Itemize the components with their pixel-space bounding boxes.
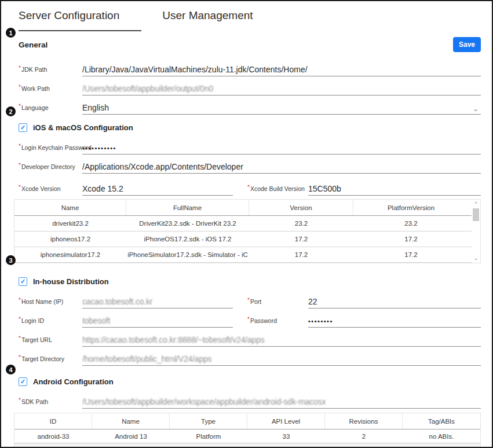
save-button[interactable]: Save [453, 37, 481, 52]
scroll-down-icon[interactable]: ⌄ [472, 255, 480, 262]
required-icon: * [19, 316, 21, 322]
password-input[interactable]: •••••••• [308, 316, 481, 328]
host-name-input[interactable]: cacao.tobesoft.co.kr [82, 297, 233, 309]
required-icon: * [19, 397, 21, 403]
step-badge-2: 2 [6, 107, 16, 116]
host-port-row: *Host Name (IP) cacao.tobesoft.co.kr *Po… [19, 289, 481, 309]
keychain-password-label: *Login Keychain Password [19, 143, 82, 155]
jdk-path-label: *JDK Path [19, 65, 82, 76]
required-icon: * [19, 162, 21, 168]
keychain-password-row: *Login Keychain Password ••••••••••• [19, 135, 481, 155]
login-id-input[interactable]: tobesoft [82, 316, 233, 328]
language-row: *Language English⌄ [19, 96, 481, 115]
tab-bar: Server Configuration User Management [1, 1, 492, 31]
work-path-row: *Work Path /Users/tobesoft/appbuilder/ou… [19, 76, 481, 96]
section-general: General Save *JDK Path /Library/Java/Jav… [19, 37, 481, 115]
tab-server-configuration[interactable]: Server Configuration [19, 9, 141, 31]
required-icon: * [19, 184, 21, 190]
required-icon: * [247, 184, 250, 190]
target-directory-input[interactable]: /home/tobesoft/public_html/V24/apps [82, 354, 481, 366]
language-select[interactable]: English⌄ [82, 103, 481, 115]
table-row[interactable]: driverkit23.2 DriverKit23.2.sdk - Driver… [14, 216, 480, 232]
col-header-api-level: API Level [247, 413, 325, 429]
android-checkbox[interactable]: ✓ [19, 377, 27, 386]
settings-form: General Save *JDK Path /Library/Java/Jav… [1, 37, 492, 448]
sdk-table: Name FullName Version PlatformVersion dr… [14, 199, 481, 263]
language-label: *Language [19, 103, 82, 115]
horizontal-scroll-track[interactable] [14, 443, 480, 448]
xcode-build-version-input[interactable]: 15C500b [308, 184, 481, 196]
col-header-revisions: Revisions [325, 413, 403, 429]
xcode-version-label: *Xcode Version [19, 184, 82, 196]
required-icon: * [247, 297, 250, 303]
android-table-header: ID Name Type API Level Revisions Tag/ABI… [14, 413, 480, 429]
sdk-path-row: *SDK Path /Users/tobesoft/appbuilder/wor… [19, 390, 481, 409]
general-title: General [19, 37, 48, 49]
xcode-version-input[interactable]: Xcode 15.2 [82, 184, 233, 196]
work-path-input[interactable]: /Users/tobesoft/appbuilder/output/0n0 [82, 84, 481, 96]
target-directory-label: *Target Directory [19, 354, 82, 366]
ios-macos-title: iOS & macOS Configuration [33, 123, 133, 132]
required-icon: * [19, 143, 21, 149]
sdk-table-header: Name FullName Version PlatformVersion [14, 200, 480, 216]
inhouse-checkbox[interactable]: ✓ [19, 277, 27, 286]
required-icon: * [19, 65, 21, 71]
required-icon: * [19, 103, 21, 109]
target-directory-row: *Target Directory /home/tobesoft/public_… [19, 347, 481, 366]
scrollbar-thumb[interactable] [473, 208, 479, 221]
keychain-password-input[interactable]: ••••••••••• [82, 143, 481, 155]
col-header-name: Name [14, 200, 126, 215]
chevron-down-icon[interactable]: ⌄ [473, 105, 479, 113]
col-header-platformversion: PlatformVersion [353, 200, 469, 215]
android-title: Android Configuration [33, 377, 114, 386]
col-header-type: Type [170, 413, 247, 429]
step-badge-4: 4 [6, 365, 16, 374]
port-input[interactable]: 22 [308, 297, 481, 309]
step-badge-1: 1 [6, 28, 16, 38]
developer-directory-input[interactable]: /Applications/Xcode.app/Contents/Develop… [82, 162, 481, 174]
target-url-row: *Target URL https://cacao.tobesoft.co.kr… [19, 328, 481, 347]
port-label: *Port [247, 297, 308, 309]
col-header-name: Name [92, 413, 170, 429]
section-ios-macos: ✓ iOS & macOS Configuration *Login Keych… [19, 120, 481, 263]
work-path-label: *Work Path [19, 84, 82, 96]
developer-directory-label: *Developer Directory [19, 162, 82, 174]
table-row[interactable]: iphoneos17.2 iPhoneOS17.2.sdk - iOS 17.2… [14, 232, 480, 247]
sdk-path-label: *SDK Path [19, 397, 82, 409]
vertical-scrollbar[interactable]: ⌃ ⌄ [472, 200, 480, 263]
section-inhouse-distribution: ✓ In-house Distribution *Host Name (IP) … [19, 274, 481, 366]
tab-user-management[interactable]: User Management [162, 9, 253, 31]
host-name-label: *Host Name (IP) [19, 297, 82, 309]
ios-macos-checkbox[interactable]: ✓ [19, 123, 27, 132]
android-platform-table: ID Name Type API Level Revisions Tag/ABI… [14, 413, 481, 448]
table-row[interactable]: android-33 Android 13 Platform 33 2 no A… [14, 429, 480, 443]
scroll-up-icon[interactable]: ⌃ [472, 201, 480, 208]
developer-directory-row: *Developer Directory /Applications/Xcode… [19, 155, 481, 174]
col-header-version: Version [249, 200, 353, 215]
jdk-path-input[interactable]: /Library/Java/JavaVirtualMachines/zulu-1… [82, 65, 481, 76]
section-android: ✓ Android Configuration *SDK Path /Users… [19, 374, 481, 448]
sdk-path-input[interactable]: /Users/tobesoft/appbuilder/workspace/app… [82, 397, 481, 409]
inhouse-title: In-house Distribution [33, 277, 109, 286]
password-label: *Password [247, 316, 308, 328]
xcode-build-version-label: *Xcode Build Version [247, 184, 308, 196]
required-icon: * [19, 297, 21, 303]
server-configuration-window: { "tabs": { "server_config": "Server Con… [0, 0, 493, 448]
target-url-label: *Target URL [19, 335, 82, 347]
jdk-path-row: *JDK Path /Library/Java/JavaVirtualMachi… [19, 57, 481, 76]
required-icon: * [19, 84, 21, 90]
col-header-id: ID [14, 413, 92, 429]
col-header-fullname: FullName [126, 200, 249, 215]
table-row[interactable]: iphonesimulator17.2 iPhoneSimulator17.2.… [14, 247, 480, 263]
login-id-label: *Login ID [19, 316, 82, 328]
step-badge-3: 3 [6, 255, 16, 265]
col-header-tag-abis: Tag/ABIs [403, 413, 480, 429]
required-icon: * [19, 335, 21, 341]
required-icon: * [247, 316, 250, 322]
xcode-version-row: *Xcode Version Xcode 15.2 *Xcode Build V… [19, 177, 481, 196]
required-icon: * [19, 354, 21, 361]
login-password-row: *Login ID tobesoft *Password •••••••• [19, 309, 481, 328]
target-url-input[interactable]: https://cacao.tobesoft.co.kr:8888/~tobes… [82, 335, 481, 347]
